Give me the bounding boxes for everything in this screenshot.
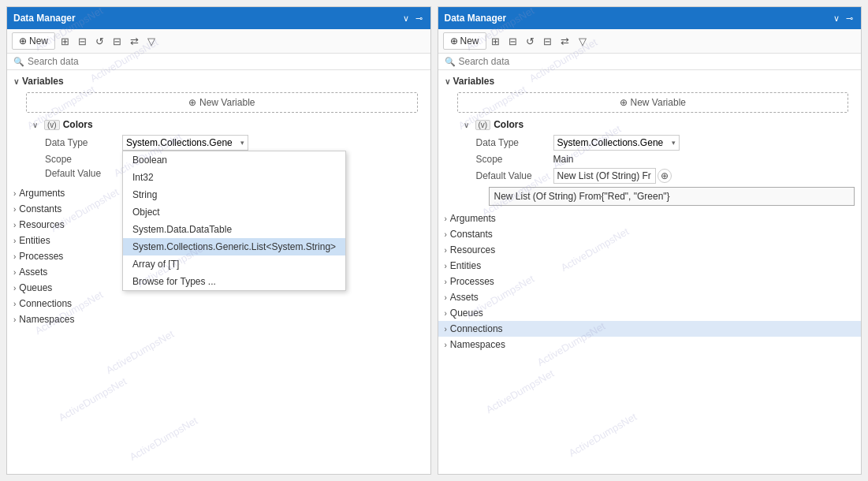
left-grid-icon[interactable]: ⊟ <box>109 32 125 50</box>
right-queues-chevron: › <box>445 309 447 318</box>
right-search-icon: 🔍 <box>445 57 456 67</box>
left-sync-icon[interactable]: ⇄ <box>126 32 142 50</box>
left-dropdown-generic-list[interactable]: System.Collections.Generic.List<System.S… <box>123 238 345 255</box>
right-variables-header[interactable]: ∨ Variables <box>438 73 862 89</box>
left-datatype-arrow: ▾ <box>240 139 244 147</box>
right-defaultval-input[interactable] <box>553 168 656 184</box>
right-datatype-label: Data Type <box>476 137 547 148</box>
right-constants-label: Constants <box>450 229 493 240</box>
right-remove-icon[interactable]: ⊟ <box>505 32 521 50</box>
left-dropdown-boolean[interactable]: Boolean <box>123 151 345 169</box>
right-datatype-text: System.Collections.Gene <box>557 137 664 148</box>
right-new-variable-btn[interactable]: ⊕ New Variable <box>457 92 849 113</box>
left-search-input[interactable] <box>28 56 424 67</box>
left-colors-header[interactable]: ∨ (v) Colors <box>32 117 424 132</box>
left-panel-content: ∨ Variables ⊕ New Variable ∨ (v) Colors … <box>7 70 430 474</box>
right-search-input[interactable] <box>459 56 855 67</box>
left-queues-chevron: › <box>13 284 16 293</box>
left-queues-label: Queues <box>19 282 52 293</box>
right-datatype-row: Data Type System.Collections.Gene ▾ <box>476 133 855 152</box>
right-connections-chevron: › <box>445 325 447 334</box>
right-minimize-icon[interactable]: ∨ <box>832 13 841 24</box>
right-processes-label: Processes <box>450 276 494 287</box>
left-assets-label: Assets <box>19 267 47 278</box>
left-variables-chevron: ∨ <box>13 77 19 86</box>
left-connections-chevron: › <box>13 300 16 308</box>
right-colors-header[interactable]: ∨ (v) Colors <box>464 117 855 132</box>
right-sidebar-processes[interactable]: › Processes <box>438 274 862 289</box>
left-new-button[interactable]: ⊕ New <box>12 32 55 50</box>
left-entities-chevron: › <box>13 237 16 245</box>
right-sidebar-items: › Arguments › Constants › Resources › En… <box>438 211 862 352</box>
right-sync-icon[interactable]: ⇄ <box>557 32 573 50</box>
right-sidebar-connections[interactable]: › Connections <box>438 321 862 337</box>
right-expression-text: New List (Of String) From{"Red", "Green"… <box>494 191 670 202</box>
left-add-var-icon[interactable]: ⊞ <box>57 32 73 50</box>
left-datatype-text: System.Collections.Gene <box>126 137 233 148</box>
left-constants-label: Constants <box>19 203 61 214</box>
right-assets-label: Assets <box>450 292 479 303</box>
right-panel-title: Data Manager <box>445 13 507 24</box>
right-colors-type-badge: (v) <box>475 120 491 130</box>
right-defaultval-add-btn[interactable]: ⊕ <box>658 169 672 183</box>
right-resources-chevron: › <box>445 246 447 255</box>
right-sidebar-queues[interactable]: › Queues <box>438 305 862 321</box>
right-header-actions: ∨ ⊸ <box>832 13 855 24</box>
right-colors-chevron: ∨ <box>464 121 469 129</box>
right-variables-chevron: ∨ <box>445 77 450 86</box>
left-pin-icon[interactable]: ⊸ <box>414 13 424 24</box>
right-filter-icon[interactable]: ▽ <box>575 32 590 50</box>
right-entities-label: Entities <box>450 260 481 271</box>
right-add-var-icon[interactable]: ⊞ <box>488 32 504 50</box>
left-new-var-label: New Variable <box>199 97 255 108</box>
right-colors-variable: ∨ (v) Colors Data Type System.Collection… <box>445 116 862 207</box>
right-new-label: New <box>460 35 479 47</box>
right-constants-chevron: › <box>445 230 447 239</box>
left-search-icon: 🔍 <box>13 57 24 67</box>
right-expression-box[interactable]: New List (Of String) From{"Red", "Green"… <box>489 187 855 206</box>
left-dropdown-object[interactable]: Object <box>123 203 345 221</box>
left-scope-label: Scope <box>45 154 116 165</box>
left-dropdown-browse[interactable]: Browse for Types ... <box>123 273 345 290</box>
right-sidebar-entities[interactable]: › Entities <box>438 258 862 274</box>
right-new-button[interactable]: ⊕ New <box>443 32 486 50</box>
left-dropdown-array[interactable]: Array of [T] <box>123 255 345 273</box>
left-assets-chevron: › <box>13 268 16 277</box>
right-panel-content: ∨ Variables ⊕ New Variable ∨ (v) Colors … <box>438 70 862 474</box>
left-new-variable-btn[interactable]: ⊕ New Variable <box>26 92 418 113</box>
right-sidebar-arguments[interactable]: › Arguments <box>438 211 862 226</box>
left-datatype-value: System.Collections.Gene ▾ Boolean Int32 … <box>122 135 424 151</box>
left-sidebar-connections[interactable]: › Connections <box>7 296 430 311</box>
left-variables-label: Variables <box>22 76 64 87</box>
right-new-var-label: New Variable <box>631 97 686 108</box>
left-arguments-chevron: › <box>13 189 16 198</box>
left-remove-icon[interactable]: ⊟ <box>74 32 90 50</box>
right-sidebar-assets[interactable]: › Assets <box>438 289 862 305</box>
left-connections-label: Connections <box>19 298 72 309</box>
left-dropdown-datatable[interactable]: System.Data.DataTable <box>123 221 345 238</box>
left-namespaces-label: Namespaces <box>19 314 74 325</box>
right-datatype-select[interactable]: System.Collections.Gene ▾ <box>553 135 680 151</box>
left-datatype-select[interactable]: System.Collections.Gene ▾ <box>122 135 248 151</box>
right-namespaces-label: Namespaces <box>450 339 505 350</box>
left-sidebar-namespaces[interactable]: › Namespaces <box>7 311 430 327</box>
right-defaultval-row: Default Value ⊕ <box>476 166 855 185</box>
left-dropdown-menu: Boolean Int32 String Object System.Data.… <box>122 151 346 291</box>
left-dropdown-int32[interactable]: Int32 <box>123 169 345 186</box>
left-variables-header[interactable]: ∨ Variables <box>7 73 430 89</box>
left-panel: ActiveDumpsNet ActiveDumpsNet ActiveDump… <box>6 6 431 475</box>
right-colors-props: Data Type System.Collections.Gene ▾ Scop… <box>476 133 855 206</box>
right-sidebar-namespaces[interactable]: › Namespaces <box>438 337 862 352</box>
left-filter-icon[interactable]: ▽ <box>143 32 159 50</box>
right-refresh-icon[interactable]: ↺ <box>523 32 538 50</box>
right-processes-chevron: › <box>445 278 447 286</box>
left-minimize-icon[interactable]: ∨ <box>401 13 411 24</box>
left-dropdown-string[interactable]: String <box>123 186 345 203</box>
left-refresh-icon[interactable]: ↺ <box>91 32 107 50</box>
right-pin-icon[interactable]: ⊸ <box>844 13 855 24</box>
left-datatype-row: Data Type System.Collections.Gene ▾ Bool… <box>45 133 424 152</box>
right-grid-icon[interactable]: ⊟ <box>540 32 556 50</box>
right-namespaces-chevron: › <box>445 341 447 349</box>
right-sidebar-constants[interactable]: › Constants <box>438 226 862 242</box>
right-sidebar-resources[interactable]: › Resources <box>438 242 862 258</box>
